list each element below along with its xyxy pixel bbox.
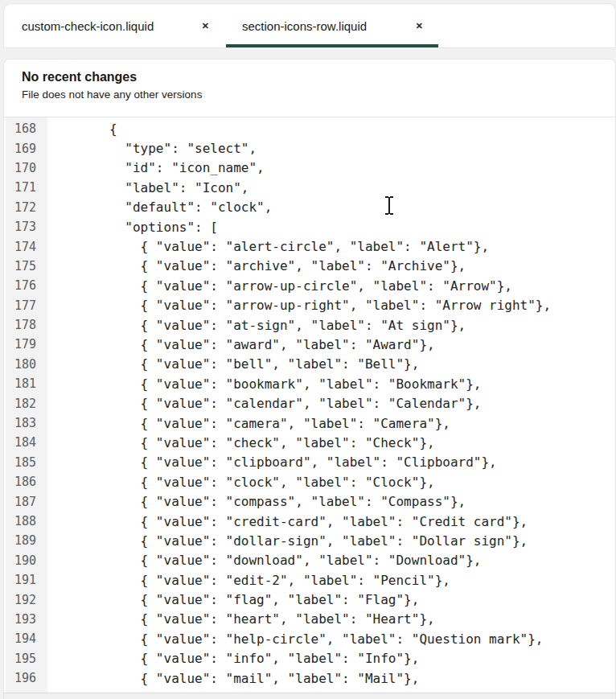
line-number: 196 (4, 671, 47, 685)
code-line[interactable]: 191 { "value": "edit-2", "label": "Penci… (4, 570, 615, 590)
line-number: 171 (4, 180, 47, 195)
line-number: 170 (4, 161, 47, 175)
horizontal-scrollbar-track[interactable] (4, 693, 615, 699)
code-text: { "value": "flag", "label": "Flag"}, (47, 592, 419, 607)
tab-bar: custom-check-icon.liquid ✕ section-icons… (3, 3, 616, 48)
code-text: { "value": "check", "label": "Check"}, (47, 435, 435, 450)
code-editor-page: { "tabs": [ { "label": "custom-check-ico… (0, 0, 616, 699)
code-line[interactable]: 184 { "value": "check", "label": "Check"… (4, 433, 615, 452)
code-text: { "value": "award", "label": "Award"}, (47, 337, 435, 352)
line-number: 169 (4, 142, 47, 156)
code-text: { (47, 121, 117, 137)
line-number: 180 (4, 357, 47, 372)
code-line[interactable]: 187 { "value": "compass", "label": "Comp… (4, 491, 615, 511)
code-line[interactable]: 188 { "value": "credit-card", "label": "… (4, 512, 615, 531)
code-line[interactable]: 180 { "value": "bell", "label": "Bell"}, (4, 355, 615, 374)
code-line[interactable]: 168 { (4, 119, 615, 138)
line-number: 178 (4, 318, 47, 332)
code-line[interactable]: 186 { "value": "clock", "label": "Clock"… (4, 472, 615, 491)
code-editor[interactable]: 168 {169 "type": "select",170 "id": "ico… (4, 117, 615, 699)
code-line[interactable]: 173 "options": [ (4, 217, 615, 236)
code-line[interactable]: 193 { "value": "heart", "label": "Heart"… (4, 610, 615, 629)
panel-subtitle: File does not have any other versions (22, 88, 615, 101)
file-versions-panel: No recent changes File does not have any… (3, 59, 616, 699)
line-number: 186 (4, 475, 47, 489)
line-number: 181 (4, 376, 47, 391)
code-text: "options": [ (47, 220, 218, 235)
code-line[interactable]: 171 "label": "Icon", (4, 178, 615, 197)
code-line[interactable]: 185 { "value": "clipboard", "label": "Cl… (4, 453, 615, 472)
code-line[interactable]: 182 { "value": "calendar", "label": "Cal… (4, 393, 615, 413)
tab-label: custom-check-icon.liquid (22, 19, 154, 33)
code-line[interactable]: 170 "id": "icon_name", (4, 158, 615, 178)
code-line[interactable]: 196 { "value": "mail", "label": "Mail"}, (4, 668, 615, 688)
line-number: 183 (4, 416, 47, 430)
code-line[interactable]: 192 { "value": "flag", "label": "Flag"}, (4, 590, 615, 609)
code-rows: 168 {169 "type": "select",170 "id": "ico… (4, 117, 615, 699)
code-line[interactable]: 174 { "value": "alert-circle", "label": … (4, 236, 615, 256)
panel-title: No recent changes (22, 70, 615, 84)
code-text: "default": "clock", (47, 199, 272, 215)
code-line[interactable]: 175 { "value": "archive", "label": "Arch… (4, 257, 615, 276)
active-tab-underline (226, 44, 438, 47)
code-line[interactable]: 179 { "value": "award", "label": "Award"… (4, 335, 615, 354)
code-text: { "value": "alert-circle", "label": "Ale… (47, 239, 489, 254)
code-text: { "value": "arrow-up-right", "label": "A… (47, 298, 551, 313)
line-number: 190 (4, 553, 47, 568)
code-line[interactable]: 183 { "value": "camera", "label": "Camer… (4, 413, 615, 433)
code-line[interactable]: 177 { "value": "arrow-up-right", "label"… (4, 296, 615, 315)
code-text: { "value": "archive", "label": "Archive"… (47, 258, 466, 273)
code-text: { "value": "clock", "label": "Clock"}, (47, 475, 435, 490)
line-number: 179 (4, 337, 47, 352)
code-text: { "value": "arrow-up-circle", "label": "… (47, 278, 512, 294)
tab-label: section-icons-row.liquid (242, 19, 367, 33)
tab-section-icons-row[interactable]: section-icons-row.liquid ✕ (226, 4, 438, 47)
code-text: { "value": "clipboard", "label": "Clipbo… (47, 454, 497, 470)
code-text: { "value": "compass", "label": "Compass"… (47, 494, 466, 509)
line-number: 187 (4, 495, 47, 509)
code-text: "id": "icon_name", (47, 160, 265, 175)
code-text: { "value": "bookmark", "label": "Bookmar… (47, 376, 481, 392)
line-number: 168 (4, 121, 47, 136)
line-number: 172 (4, 200, 47, 215)
code-text: { "value": "help-circle", "label": "Ques… (47, 631, 544, 647)
line-number: 194 (4, 631, 47, 646)
line-number: 193 (4, 612, 47, 627)
code-line[interactable]: 181 { "value": "bookmark", "label": "Boo… (4, 374, 615, 393)
code-text: { "value": "credit-card", "label": "Cred… (47, 514, 528, 529)
code-line[interactable]: 178 { "value": "at-sign", "label": "At s… (4, 315, 615, 335)
line-number: 195 (4, 652, 47, 666)
tab-custom-check-icon[interactable]: custom-check-icon.liquid ✕ (4, 4, 226, 47)
line-number: 176 (4, 278, 47, 293)
code-text: { "value": "edit-2", "label": "Pencil"}, (47, 573, 450, 588)
line-number: 191 (4, 573, 47, 587)
code-text: { "value": "calendar", "label": "Calenda… (47, 396, 481, 411)
code-text: { "value": "download", "label": "Downloa… (47, 553, 481, 568)
code-text: { "value": "bell", "label": "Bell"}, (47, 356, 419, 372)
line-number: 182 (4, 397, 47, 411)
code-text: { "value": "at-sign", "label": "At sign"… (47, 318, 466, 333)
line-number: 174 (4, 240, 47, 254)
code-line[interactable]: 195 { "value": "info", "label": "Info"}, (4, 649, 615, 668)
code-line[interactable]: 172 "default": "clock", (4, 198, 615, 217)
code-line[interactable]: 194 { "value": "help-circle", "label": "… (4, 629, 615, 648)
code-text: "type": "select", (47, 141, 257, 156)
version-info-header: No recent changes File does not have any… (4, 60, 615, 117)
code-line[interactable]: 189 { "value": "dollar-sign", "label": "… (4, 531, 615, 550)
code-line[interactable]: 176 { "value": "arrow-up-circle", "label… (4, 276, 615, 295)
line-number: 192 (4, 593, 47, 607)
line-number: 177 (4, 298, 47, 313)
close-icon[interactable]: ✕ (199, 19, 211, 33)
line-number: 188 (4, 514, 47, 528)
close-icon[interactable]: ✕ (413, 19, 425, 33)
code-text: { "value": "info", "label": "Info"}, (47, 651, 419, 666)
code-text: { "value": "camera", "label": "Camera"}, (47, 416, 450, 431)
line-number: 173 (4, 220, 47, 234)
line-number: 175 (4, 259, 47, 273)
code-line[interactable]: 190 { "value": "download", "label": "Dow… (4, 551, 615, 570)
code-text: { "value": "mail", "label": "Mail"}, (47, 671, 419, 686)
line-number: 184 (4, 435, 47, 450)
code-line[interactable]: 169 "type": "select", (4, 138, 615, 158)
code-text: "label": "Icon", (47, 180, 248, 195)
code-text: { "value": "dollar-sign", "label": "Doll… (47, 533, 528, 549)
